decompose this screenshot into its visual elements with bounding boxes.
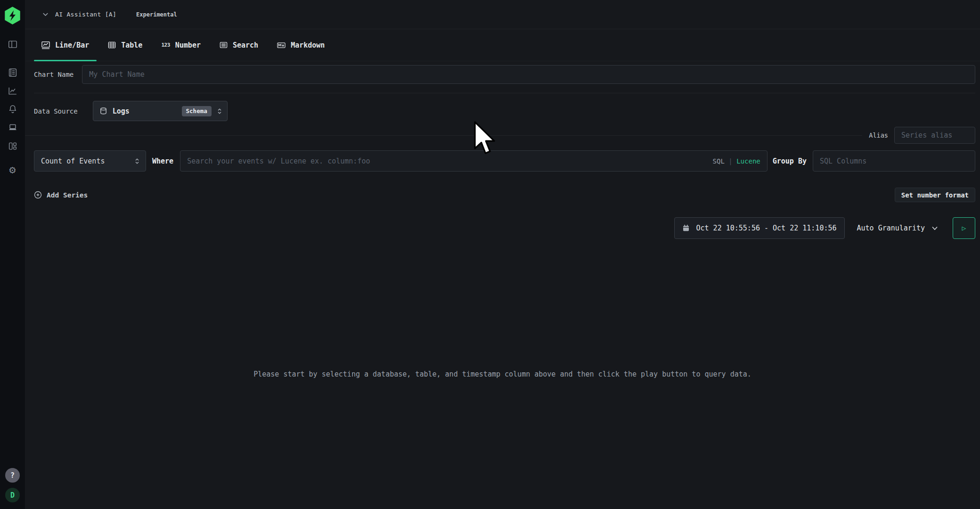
select-chevrons-icon [217,107,222,115]
data-source-value: Logs [113,107,130,115]
select-chevrons-icon [134,157,140,165]
database-icon [99,107,107,115]
experimental-badge: Experimental [136,11,177,18]
hyperdx-logo[interactable] [4,7,21,25]
chevron-down-icon [931,224,939,232]
data-source-select[interactable]: Logs Schema [93,101,228,121]
where-search-input[interactable] [180,150,768,172]
tab-search[interactable]: Search [212,29,266,61]
sessions-laptop-icon[interactable] [7,122,18,133]
schema-badge: Schema [182,106,212,116]
alias-label: Alias [869,131,888,139]
granularity-select[interactable]: Auto Granularity [857,224,939,232]
chart-name-label: Chart Name [34,71,74,78]
chart-explorer-icon[interactable] [7,85,18,97]
alias-input[interactable] [894,127,975,144]
dashboards-grid-icon[interactable] [7,140,18,152]
series-divider-line [25,135,862,136]
search-list-icon [220,41,228,49]
data-source-label: Data Source [34,107,78,115]
tab-line-bar[interactable]: Line/Bar [34,29,97,61]
user-avatar[interactable]: D [5,488,20,502]
app-window: ⚙ ? D AI Assistant [A] Experimental L [0,0,980,509]
alerts-bell-icon[interactable] [7,104,18,115]
set-number-format-button[interactable]: Set number format [895,188,975,202]
settings-gear-icon[interactable]: ⚙ [7,164,18,175]
calendar-icon [682,224,690,232]
tab-table[interactable]: Table [100,29,150,61]
section-divider [34,93,975,93]
collapse-chevron-icon[interactable] [42,11,49,18]
date-range-picker[interactable]: Oct 22 10:55:56 - Oct 22 11:10:56 [674,217,844,239]
plus-circle-icon [34,191,42,199]
help-button[interactable]: ? [5,468,20,483]
event-log-icon[interactable] [7,67,18,78]
aggregation-select[interactable]: Count of Events [34,150,146,172]
table-icon [108,41,116,49]
group-by-input[interactable] [813,150,975,172]
markdown-icon [277,41,286,49]
page-title: AI Assistant [A] [55,11,116,18]
play-icon: ▷ [962,224,966,232]
date-range-value: Oct 22 10:55:56 - Oct 22 11:10:56 [696,224,836,232]
chart-editor: Chart Name Data Source Logs [25,61,980,509]
chart-name-input[interactable] [82,65,975,84]
tab-markdown[interactable]: Markdown [270,29,332,61]
empty-state-message: Please start by selecting a database, ta… [25,370,980,378]
where-label: Where [152,157,173,165]
add-series-button[interactable]: Add Series [34,191,88,199]
query-language-toggle[interactable]: SQL | Lucene [713,157,760,165]
aggregation-value: Count of Events [41,157,105,165]
top-bar: AI Assistant [A] Experimental [25,0,980,29]
tab-number[interactable]: 123 Number [154,29,208,61]
run-query-play-button[interactable]: ▷ [953,217,975,239]
group-by-label: Group By [773,157,807,165]
chart-type-tabs: Line/Bar Table 123 Number [25,29,980,61]
left-sidebar: ⚙ ? D [0,0,25,509]
number-123-icon: 123 [161,42,170,48]
line-chart-icon [41,41,50,49]
panel-toggle-icon[interactable] [7,39,18,50]
